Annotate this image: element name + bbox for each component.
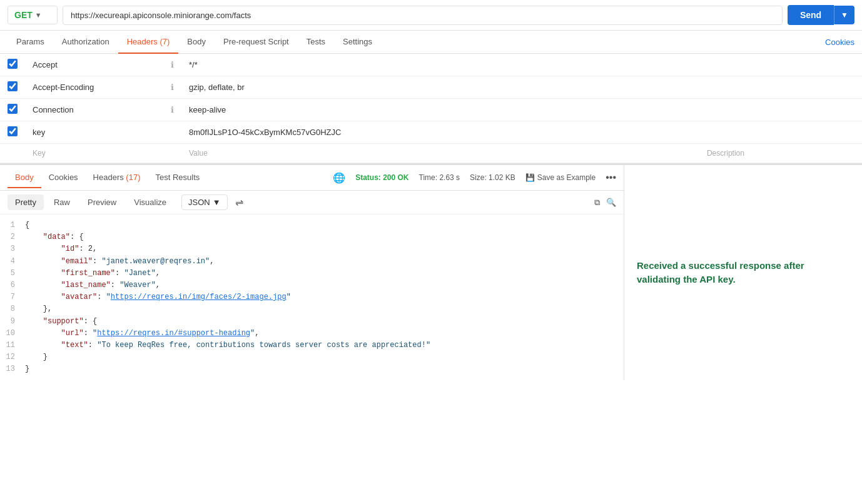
- body-section: Body Cookies Headers (17) Test Results 🌐…: [0, 164, 862, 380]
- format-type-chevron-icon: ▼: [213, 198, 221, 207]
- method-label: GET: [14, 10, 33, 20]
- method-chevron-icon: ▼: [35, 11, 42, 19]
- response-headers-badge: (17): [126, 173, 140, 182]
- connection-name: Connection: [25, 99, 163, 121]
- response-tab-test-results[interactable]: Test Results: [148, 168, 207, 188]
- cookies-link[interactable]: Cookies: [825, 38, 854, 47]
- avatar-link[interactable]: https://reqres.in/img/faces/2-image.jpg: [111, 293, 286, 301]
- accept-checkbox[interactable]: [8, 59, 18, 69]
- code-line: 13 }: [0, 363, 624, 375]
- response-tab-headers[interactable]: Headers (17): [86, 168, 148, 188]
- sidebar-panel: Received a successful response after val…: [624, 165, 862, 380]
- new-value-label: Value: [181, 144, 699, 163]
- connection-info-icon[interactable]: ℹ: [171, 105, 174, 114]
- response-tab-cookies[interactable]: Cookies: [41, 168, 86, 188]
- tab-headers[interactable]: Headers (7): [118, 31, 179, 54]
- support-url-link[interactable]: https://reqres.in/#support-heading: [97, 329, 250, 338]
- key-header-value: 8m0fIJLsP1O-45kCxBymKMc57vG0HZJC: [181, 121, 699, 144]
- code-line: 3 "id": 2,: [0, 243, 624, 255]
- request-tabs: Params Authorization Headers (7) Body Pr…: [0, 31, 862, 54]
- size-label: Size: 1.02 KB: [470, 173, 515, 182]
- tab-body[interactable]: Body: [178, 31, 215, 54]
- copy-icon[interactable]: ⧉: [594, 198, 600, 208]
- search-icon[interactable]: 🔍: [606, 198, 616, 207]
- response-panel: Body Cookies Headers (17) Test Results 🌐…: [0, 165, 624, 380]
- sidebar-message: Received a successful response after val…: [637, 259, 849, 287]
- format-pretty-tab[interactable]: Pretty: [8, 194, 44, 210]
- send-btn-wrapper: Send ▼: [788, 5, 854, 25]
- status-ok: Status: 200 OK: [355, 173, 408, 182]
- icon-row-right: ⧉ 🔍: [594, 198, 616, 208]
- table-row: Accept-Encoding ℹ gzip, deflate, br: [0, 76, 862, 99]
- key-description: [699, 121, 862, 144]
- status-info: 🌐 Status: 200 OK Time: 2.63 s Size: 1.02…: [333, 172, 616, 184]
- send-dropdown-button[interactable]: ▼: [834, 6, 854, 24]
- code-line: 10 "url": "https://reqres.in/#support-he…: [0, 328, 624, 340]
- connection-value: keep-alive: [181, 99, 699, 121]
- key-checkbox[interactable]: [8, 126, 18, 136]
- connection-checkbox[interactable]: [8, 104, 18, 114]
- response-tabs: Body Cookies Headers (17) Test Results 🌐…: [0, 165, 624, 191]
- accept-description: [699, 54, 862, 76]
- connection-description: [699, 99, 862, 121]
- code-viewer: 1 { 2 "data": { 3 "id": 2, 4 "email": "j…: [0, 214, 624, 380]
- accept-info-icon[interactable]: ℹ: [171, 60, 174, 69]
- new-header-row: Key Value Description: [0, 144, 862, 163]
- format-row: Pretty Raw Preview Visualize JSON ▼ ⇌ ⧉ …: [0, 191, 624, 214]
- code-line: 7 "avatar": "https://reqres.in/img/faces…: [0, 291, 624, 303]
- time-label: Time: 2.63 s: [419, 173, 460, 182]
- format-type-label: JSON: [188, 198, 210, 207]
- table-row: Accept ℹ */*: [0, 54, 862, 76]
- tab-params[interactable]: Params: [8, 31, 53, 54]
- key-header-name: key: [25, 121, 163, 144]
- headers-badge: (7): [160, 37, 170, 46]
- headers-section: Accept ℹ */* Accept-Encoding ℹ gzip, def…: [0, 54, 862, 164]
- accept-encoding-info-icon[interactable]: ℹ: [171, 83, 174, 92]
- table-row: Connection ℹ keep-alive: [0, 99, 862, 121]
- globe-icon[interactable]: 🌐: [333, 172, 345, 184]
- code-line: 6 "last_name": "Weaver",: [0, 280, 624, 291]
- send-button[interactable]: Send: [788, 5, 834, 25]
- accept-encoding-name: Accept-Encoding: [25, 76, 163, 99]
- new-description-label: Description: [699, 144, 862, 163]
- headers-table: Accept ℹ */* Accept-Encoding ℹ gzip, def…: [0, 54, 862, 163]
- code-line: 5 "first_name": "Janet",: [0, 268, 624, 280]
- code-line: 8 },: [0, 303, 624, 315]
- code-line: 4 "email": "janet.weaver@reqres.in",: [0, 256, 624, 268]
- more-options-icon[interactable]: •••: [606, 172, 616, 183]
- accept-encoding-checkbox[interactable]: [8, 81, 18, 91]
- code-line: 11 "text": "To keep ReqRes free, contrib…: [0, 340, 624, 351]
- table-row: key 8m0fIJLsP1O-45kCxBymKMc57vG0HZJC: [0, 121, 862, 144]
- accept-encoding-value: gzip, deflate, br: [181, 76, 699, 99]
- tab-prerequest[interactable]: Pre-request Script: [215, 31, 298, 54]
- response-tab-body[interactable]: Body: [8, 168, 41, 188]
- code-line: 1 {: [0, 219, 624, 231]
- url-input[interactable]: [63, 6, 783, 25]
- tab-settings[interactable]: Settings: [334, 31, 381, 54]
- accept-name: Accept: [25, 54, 163, 76]
- top-bar: GET ▼ Send ▼: [0, 0, 862, 31]
- wrap-icon[interactable]: ⇌: [235, 196, 243, 208]
- tab-tests[interactable]: Tests: [298, 31, 334, 54]
- code-line: 2 "data": {: [0, 231, 624, 243]
- new-key-label: Key: [25, 144, 163, 163]
- method-selector[interactable]: GET ▼: [8, 6, 58, 24]
- save-icon: 💾: [525, 173, 535, 182]
- format-type-select[interactable]: JSON ▼: [181, 194, 228, 210]
- format-preview-tab[interactable]: Preview: [80, 194, 124, 210]
- save-as-example-button[interactable]: 💾 Save as Example: [525, 173, 596, 182]
- format-visualize-tab[interactable]: Visualize: [126, 194, 174, 210]
- accept-encoding-description: [699, 76, 862, 99]
- code-line: 9 "support": {: [0, 316, 624, 328]
- code-line: 12 }: [0, 351, 624, 363]
- status-badge: Status: 200 OK: [355, 173, 408, 182]
- tab-authorization[interactable]: Authorization: [53, 31, 118, 54]
- format-raw-tab[interactable]: Raw: [46, 194, 78, 210]
- accept-value: */*: [181, 54, 699, 76]
